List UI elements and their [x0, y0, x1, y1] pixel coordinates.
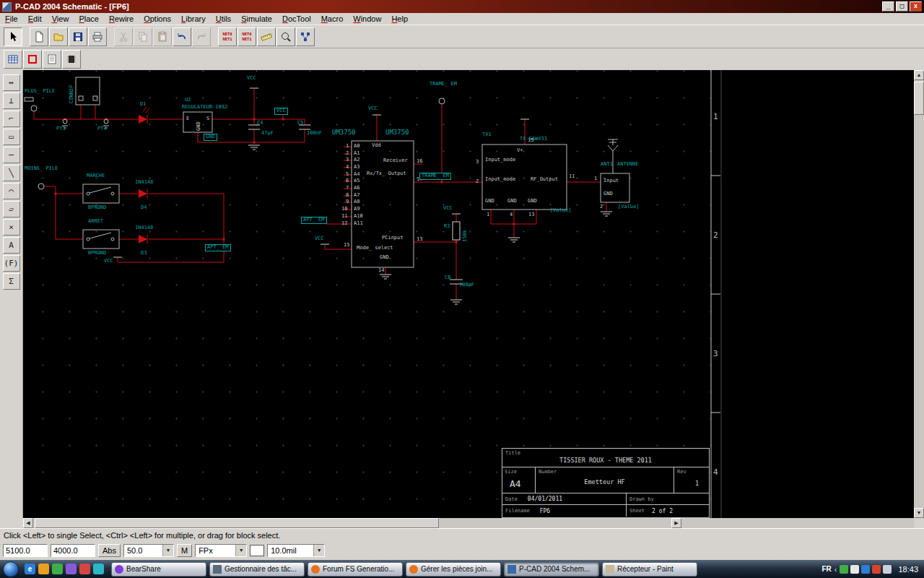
net-renumber-button-2[interactable]: NET0NET1: [237, 27, 256, 46]
vertical-scroll-thumb[interactable]: [914, 82, 924, 115]
polygon-tool[interactable]: ▱: [3, 201, 20, 217]
schematic-canvas[interactable]: PLUS_ PILECONN2PPT3PT4D1U2REGULATEUR-109…: [23, 70, 914, 518]
tray-icon-4[interactable]: [872, 565, 881, 574]
open-button[interactable]: [49, 27, 68, 46]
scroll-down-button[interactable]: ▼: [914, 508, 924, 518]
schematic-text: 1: [346, 144, 349, 150]
menu-item-options[interactable]: Options: [139, 14, 176, 24]
current-color-swatch[interactable]: [250, 545, 264, 556]
zoom-window-button[interactable]: [276, 27, 295, 46]
scroll-up-button[interactable]: ▲: [914, 70, 924, 80]
quick-launch-icon-2[interactable]: [38, 564, 49, 574]
clock[interactable]: 18:43: [898, 565, 918, 574]
schematic-text: MOINS_ PILE: [25, 166, 58, 172]
wire-tool[interactable]: ─: [3, 147, 20, 163]
quick-launch-icon-3[interactable]: [52, 564, 63, 574]
y-coordinate-field[interactable]: [51, 544, 95, 557]
menu-item-library[interactable]: Library: [176, 14, 211, 24]
menu-item-place[interactable]: Place: [74, 14, 104, 24]
menu-item-macro[interactable]: Macro: [316, 14, 349, 24]
menu-item-rewire[interactable]: Rewire: [104, 14, 139, 24]
scroll-right-button[interactable]: ▶: [671, 518, 681, 528]
taskbar-button-icon: [213, 565, 222, 574]
minimize-button[interactable]: _: [882, 1, 894, 12]
text-tool[interactable]: A: [3, 237, 20, 254]
measure-button[interactable]: [257, 27, 276, 46]
redo-button[interactable]: [192, 27, 211, 46]
paste-button[interactable]: [153, 27, 172, 46]
tray-chevron-icon[interactable]: ‹: [834, 565, 837, 574]
sheet-select-combo[interactable]: FPx ▼: [195, 544, 247, 557]
horizontal-scrollbar[interactable]: ◀ ▶: [0, 518, 924, 528]
taskbar-button-5[interactable]: P-CAD 2004 Schem...: [504, 562, 599, 577]
abs-rel-toggle-button[interactable]: Abs: [98, 544, 121, 557]
connectivity-button[interactable]: [296, 27, 315, 46]
copy-button[interactable]: [134, 27, 152, 46]
menu-item-file[interactable]: File: [0, 14, 23, 24]
schematic-text: APT_ EM: [205, 244, 231, 251]
menu-item-window[interactable]: Window: [348, 14, 386, 24]
language-indicator[interactable]: FR: [821, 565, 831, 573]
pin-tool[interactable]: ⊥: [3, 92, 20, 109]
menu-item-simulate[interactable]: Simulate: [236, 14, 277, 24]
menu-item-view[interactable]: View: [47, 14, 74, 24]
start-button[interactable]: [3, 561, 19, 577]
offpage-tool[interactable]: ⌐: [3, 111, 20, 127]
taskbar-button-label: Récepteur - Paint: [617, 565, 674, 573]
window-titlebar: P-CAD 2004 Schematic - [FP6] _□x: [0, 0, 924, 13]
junction-tool[interactable]: ×: [3, 219, 20, 236]
taskbar-button-6[interactable]: Récepteur - Paint: [602, 562, 697, 577]
taskbar-button-3[interactable]: Forum FS Generatio...: [308, 562, 403, 577]
scroll-left-button[interactable]: ◀: [23, 518, 33, 528]
port-tool[interactable]: ↔: [3, 74, 20, 91]
save-button[interactable]: [69, 27, 87, 46]
print-button[interactable]: [88, 27, 107, 46]
undo-button[interactable]: [173, 27, 191, 46]
schematic-text: C6: [445, 275, 450, 281]
line-tool[interactable]: ╲: [3, 165, 20, 181]
tray-icon-2[interactable]: [850, 565, 859, 574]
vertical-scrollbar[interactable]: ▲ ▼: [914, 70, 924, 518]
part-tool[interactable]: ▭: [3, 129, 20, 145]
quick-launch-icon-5[interactable]: [79, 564, 90, 574]
grid-mode-button[interactable]: M: [177, 544, 192, 557]
app-icon[interactable]: [2, 2, 12, 12]
taskbar-button-4[interactable]: Gérer les pièces join...: [406, 562, 501, 577]
bom-button[interactable]: [43, 50, 61, 69]
taskbar-button-1[interactable]: BearShare: [111, 562, 206, 577]
x-coordinate-field[interactable]: [3, 544, 48, 557]
record-eco-button[interactable]: [23, 50, 42, 69]
new-button[interactable]: [30, 27, 48, 46]
close-button[interactable]: x: [910, 1, 922, 12]
quick-launch-icon-6[interactable]: [93, 564, 104, 574]
schematic-text: VCC: [315, 236, 324, 242]
maximize-button[interactable]: □: [896, 1, 908, 12]
tray-icon-1[interactable]: [840, 565, 848, 574]
cut-button[interactable]: [114, 27, 133, 46]
quick-launch-icon-1[interactable]: e: [25, 564, 35, 574]
menu-item-utils[interactable]: Utils: [211, 14, 236, 24]
select-tool-button[interactable]: [4, 27, 22, 46]
arc-tool[interactable]: ⌒: [3, 183, 20, 199]
tray-icon-5[interactable]: [883, 565, 892, 574]
line-width-combo[interactable]: 10.0mil ▼: [267, 544, 325, 557]
taskbar-button-2[interactable]: Gestionnaire des tâc...: [209, 562, 305, 577]
horizontal-scroll-thumb[interactable]: [35, 518, 439, 528]
part-manager-button[interactable]: [62, 50, 81, 69]
quick-launch-icon-4[interactable]: [66, 564, 77, 574]
combo-arrow-icon[interactable]: ▼: [235, 545, 246, 556]
erc-tool[interactable]: Σ: [3, 273, 20, 290]
tray-icon-3[interactable]: [861, 565, 870, 574]
main-toolbar: NET0NET1NET0NET1: [0, 25, 924, 48]
field-tool[interactable]: (F): [3, 255, 20, 272]
grid-spacing-combo[interactable]: 50.0 ▼: [123, 544, 174, 557]
spreadsheet-button[interactable]: [4, 50, 22, 69]
combo-arrow-icon[interactable]: ▼: [162, 545, 173, 556]
net-renumber-button-1[interactable]: NET0NET1: [218, 27, 237, 46]
menu-item-doctool[interactable]: DocTool: [277, 14, 316, 24]
schematic-text: 15: [528, 138, 533, 144]
schematic-text: TRAME_ EM: [430, 82, 457, 87]
menu-item-help[interactable]: Help: [386, 14, 413, 24]
combo-arrow-icon[interactable]: ▼: [313, 545, 324, 556]
menu-item-edit[interactable]: Edit: [23, 14, 47, 24]
